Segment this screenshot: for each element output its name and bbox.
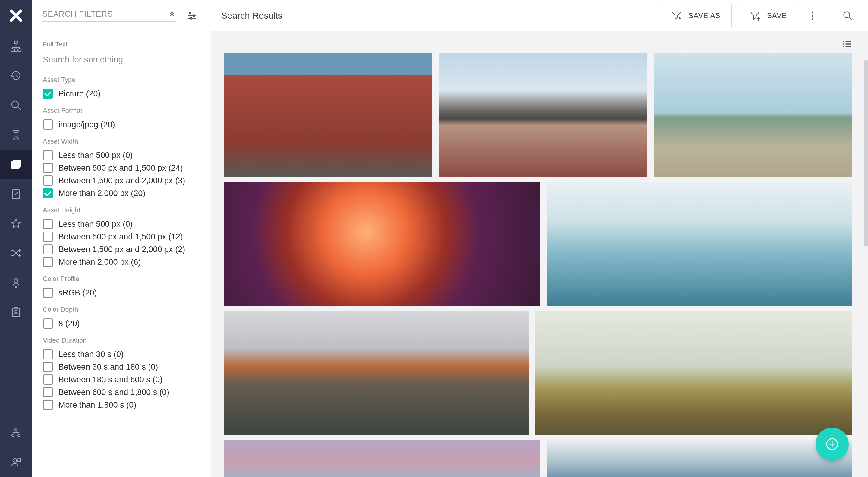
checkbox-icon bbox=[43, 188, 53, 199]
filters-title: SEARCH FILTERS bbox=[42, 9, 113, 19]
nav-search-icon[interactable] bbox=[0, 90, 32, 120]
checkbox-label: Between 1,500 px and 2,000 px (2) bbox=[59, 245, 185, 254]
checkbox-icon bbox=[43, 163, 53, 173]
checkbox-icon bbox=[43, 400, 53, 410]
svg-marker-9 bbox=[11, 219, 21, 228]
checkbox-icon bbox=[43, 288, 53, 298]
filter-checkbox-row[interactable]: Between 600 s and 1,800 s (0) bbox=[43, 387, 200, 397]
filters-title-dropdown[interactable]: SEARCH FILTERS bbox=[42, 9, 176, 22]
save-button[interactable]: SAVE bbox=[738, 3, 798, 28]
nav-tree-icon[interactable] bbox=[0, 31, 32, 61]
checkbox-icon bbox=[43, 319, 53, 329]
app-logo[interactable] bbox=[0, 0, 32, 31]
fulltext-label: Full Text bbox=[43, 40, 200, 48]
nav-images-icon[interactable] bbox=[0, 150, 32, 179]
checkbox-label: 8 (20) bbox=[59, 319, 80, 328]
checkbox-label: Between 600 s and 1,800 s (0) bbox=[59, 388, 169, 397]
nav-clipboard-user-icon[interactable] bbox=[0, 297, 32, 327]
filter-checkbox-row[interactable]: More than 2,000 px (6) bbox=[43, 257, 200, 267]
nav-person-pin-icon[interactable] bbox=[0, 268, 32, 297]
filter-settings-button[interactable] bbox=[184, 7, 200, 24]
filter-checkbox-row[interactable]: Between 180 s and 600 s (0) bbox=[43, 375, 200, 385]
checkbox-label: More than 2,000 px (6) bbox=[59, 258, 141, 267]
results-scrollbar[interactable] bbox=[864, 60, 868, 247]
nav-org-icon[interactable] bbox=[0, 418, 32, 447]
svg-point-16 bbox=[12, 434, 14, 437]
nav-user-settings-icon[interactable] bbox=[0, 447, 32, 477]
filter-checkbox-row[interactable]: More than 2,000 px (20) bbox=[43, 188, 200, 199]
svg-point-25 bbox=[812, 18, 813, 20]
filter-checkbox-row[interactable]: More than 1,800 s (0) bbox=[43, 400, 200, 410]
list-view-toggle[interactable] bbox=[838, 36, 855, 53]
filter-checkbox-row[interactable]: sRGB (20) bbox=[43, 288, 200, 298]
filter-checkbox-row[interactable]: Less than 500 px (0) bbox=[43, 219, 200, 229]
checkbox-label: Less than 30 s (0) bbox=[59, 350, 124, 359]
filter-checkbox-row[interactable]: Between 1,500 px and 2,000 px (3) bbox=[43, 176, 200, 186]
svg-point-15 bbox=[15, 428, 17, 430]
result-thumb[interactable] bbox=[224, 440, 540, 477]
list-icon bbox=[841, 38, 852, 50]
filters-header: SEARCH FILTERS bbox=[32, 0, 211, 31]
more-vert-icon bbox=[807, 10, 818, 21]
filter-checkbox-row[interactable]: image/jpeg (20) bbox=[43, 119, 200, 130]
filters-panel: SEARCH FILTERS Full Text Asset TypePictu… bbox=[32, 0, 211, 477]
filter-group-label: Video Duration bbox=[43, 336, 200, 344]
checkbox-icon bbox=[43, 257, 53, 267]
filter-checkbox-row[interactable]: Between 1,500 px and 2,000 px (2) bbox=[43, 244, 200, 255]
checkbox-label: Between 500 px and 1,500 px (24) bbox=[59, 163, 183, 173]
filter-checkbox-row[interactable]: Less than 500 px (0) bbox=[43, 150, 200, 160]
result-thumb[interactable] bbox=[224, 53, 432, 177]
filter-checkbox-row[interactable]: Between 30 s and 180 s (0) bbox=[43, 362, 200, 372]
filter-group-label: Asset Height bbox=[43, 206, 200, 214]
filter-checkbox-row[interactable]: Between 500 px and 1,500 px (12) bbox=[43, 232, 200, 242]
checkbox-icon bbox=[43, 244, 53, 255]
filter-checkbox-row[interactable]: Between 500 px and 1,500 px (24) bbox=[43, 163, 200, 173]
checkbox-icon bbox=[43, 89, 53, 99]
fulltext-input[interactable] bbox=[43, 53, 200, 68]
checkbox-icon bbox=[43, 176, 53, 186]
svg-point-26 bbox=[844, 12, 849, 18]
svg-rect-0 bbox=[14, 41, 18, 43]
global-search-button[interactable] bbox=[839, 7, 856, 24]
nav-shuffle-icon[interactable] bbox=[0, 238, 32, 268]
filter-group-label: Asset Format bbox=[43, 107, 200, 115]
result-thumb[interactable] bbox=[224, 311, 529, 436]
checkbox-icon bbox=[43, 150, 53, 160]
result-thumb[interactable] bbox=[535, 311, 852, 436]
nav-star-icon[interactable] bbox=[0, 209, 32, 238]
result-thumb[interactable] bbox=[224, 182, 540, 306]
checkbox-icon bbox=[43, 349, 53, 359]
svg-point-23 bbox=[812, 11, 813, 13]
more-menu-button[interactable] bbox=[804, 7, 821, 24]
filters-body: Full Text Asset TypePicture (20)Asset Fo… bbox=[32, 31, 211, 477]
checkbox-label: More than 1,800 s (0) bbox=[59, 400, 136, 410]
page-title: Search Results bbox=[221, 10, 653, 21]
nav-task-icon[interactable] bbox=[0, 179, 32, 209]
topbar: Search Results SAVE AS SAVE bbox=[211, 0, 868, 31]
svg-point-19 bbox=[18, 458, 21, 461]
checkbox-icon bbox=[43, 232, 53, 242]
save-as-label: SAVE AS bbox=[688, 11, 721, 20]
nav-hourglass-icon[interactable] bbox=[0, 120, 32, 150]
add-fab[interactable] bbox=[815, 427, 849, 461]
checkbox-label: Picture (20) bbox=[59, 89, 101, 98]
save-as-button[interactable]: SAVE AS bbox=[659, 3, 732, 28]
filter-group-label: Color Profile bbox=[43, 275, 200, 283]
main-area: Search Results SAVE AS SAVE bbox=[211, 0, 868, 477]
filter-checkbox-row[interactable]: 8 (20) bbox=[43, 319, 200, 329]
result-thumb[interactable] bbox=[547, 440, 852, 477]
nav-history-icon[interactable] bbox=[0, 61, 32, 90]
filter-checkbox-row[interactable]: Picture (20) bbox=[43, 89, 200, 99]
result-thumb[interactable] bbox=[654, 53, 852, 177]
filter-add-icon bbox=[749, 10, 761, 22]
save-label: SAVE bbox=[767, 11, 787, 20]
result-thumb[interactable] bbox=[547, 182, 852, 306]
result-thumb[interactable] bbox=[439, 53, 647, 177]
filter-checkbox-row[interactable]: Less than 30 s (0) bbox=[43, 349, 200, 359]
chevron-down-icon bbox=[168, 10, 176, 18]
svg-point-18 bbox=[13, 458, 17, 462]
checkbox-label: Less than 500 px (0) bbox=[59, 151, 133, 160]
svg-point-14 bbox=[15, 310, 17, 313]
search-icon bbox=[842, 10, 853, 21]
svg-rect-3 bbox=[18, 49, 21, 51]
